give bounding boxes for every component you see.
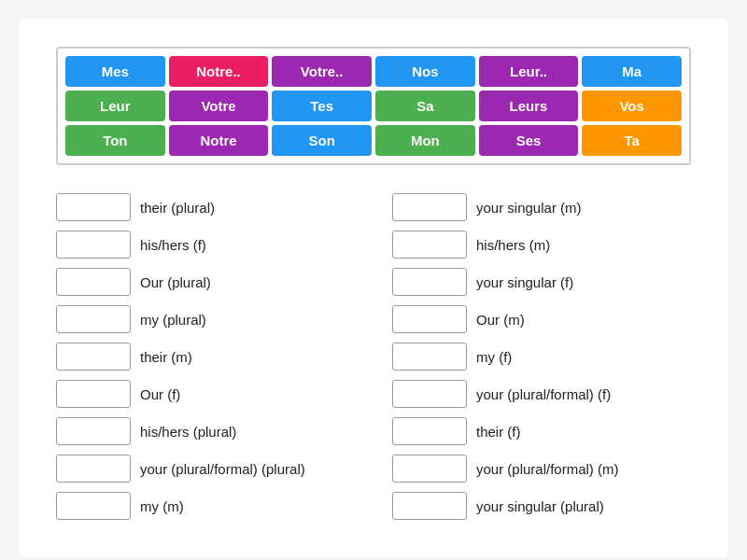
match-label-left-2: Our (plural) (140, 274, 211, 290)
word-tile-9[interactable]: Sa (375, 91, 475, 121)
main-container: MesNotre..Votre..NosLeur..MaLeurVotreTes… (19, 19, 728, 557)
answer-box-right-2[interactable] (392, 268, 467, 296)
match-row-right-6: their (f) (392, 417, 691, 445)
match-label-right-7: your (plural/formal) (m) (476, 461, 619, 477)
match-row-right-8: your singular (plural) (392, 492, 691, 520)
match-row-left-4: their (m) (56, 343, 355, 371)
answer-box-right-3[interactable] (392, 305, 467, 333)
word-tile-17[interactable]: Ta (582, 125, 682, 156)
answer-box-left-8[interactable] (56, 492, 131, 520)
answer-box-right-8[interactable] (392, 492, 467, 520)
match-row-left-8: my (m) (56, 492, 355, 520)
answer-box-right-1[interactable] (392, 231, 467, 259)
match-label-left-3: my (plural) (140, 312, 206, 328)
answer-box-right-0[interactable] (392, 193, 467, 221)
word-tile-8[interactable]: Tes (272, 91, 372, 121)
match-row-left-2: Our (plural) (56, 268, 355, 296)
match-row-right-5: your (plural/formal) (f) (392, 380, 691, 408)
match-row-right-4: my (f) (392, 343, 691, 371)
answer-box-left-5[interactable] (56, 380, 131, 408)
match-label-left-8: my (m) (140, 498, 184, 514)
word-tile-15[interactable]: Mon (375, 125, 475, 156)
matching-area: their (plural)his/hers (f)Our (plural)my… (56, 193, 691, 529)
match-row-left-6: his/hers (plural) (56, 417, 355, 445)
answer-box-left-7[interactable] (56, 455, 131, 483)
word-tile-10[interactable]: Leurs (479, 91, 579, 121)
answer-box-right-4[interactable] (392, 343, 467, 371)
match-label-right-3: Our (m) (476, 312, 525, 328)
answer-box-left-6[interactable] (56, 417, 131, 445)
match-row-left-7: your (plural/formal) (plural) (56, 455, 355, 483)
word-tile-5[interactable]: Ma (582, 56, 682, 87)
match-row-right-3: Our (m) (392, 305, 691, 333)
match-row-right-2: your singular (f) (392, 268, 691, 296)
answer-box-left-1[interactable] (56, 231, 131, 259)
answer-box-right-5[interactable] (392, 380, 467, 408)
match-label-left-4: their (m) (140, 349, 192, 365)
word-tile-1[interactable]: Notre.. (169, 56, 269, 87)
match-label-right-1: his/hers (m) (476, 237, 550, 253)
match-row-left-0: their (plural) (56, 193, 355, 221)
match-label-left-5: Our (f) (140, 386, 180, 402)
word-tile-6[interactable]: Leur (65, 91, 165, 121)
answer-box-left-2[interactable] (56, 268, 131, 296)
left-column: their (plural)his/hers (f)Our (plural)my… (56, 193, 355, 529)
match-row-right-7: your (plural/formal) (m) (392, 455, 691, 483)
match-label-right-0: your singular (m) (476, 200, 582, 216)
match-row-left-3: my (plural) (56, 305, 355, 333)
word-tile-14[interactable]: Son (272, 125, 372, 156)
word-tile-3[interactable]: Nos (375, 56, 475, 87)
word-tile-2[interactable]: Votre.. (272, 56, 372, 87)
match-label-left-6: his/hers (plural) (140, 424, 236, 440)
right-column: your singular (m)his/hers (m)your singul… (392, 193, 691, 529)
match-label-right-2: your singular (f) (476, 274, 573, 290)
answer-box-left-4[interactable] (56, 343, 131, 371)
word-tile-12[interactable]: Ton (65, 125, 165, 156)
word-tile-7[interactable]: Votre (169, 91, 269, 121)
word-tile-0[interactable]: Mes (65, 56, 165, 87)
answer-box-left-3[interactable] (56, 305, 131, 333)
match-label-left-0: their (plural) (140, 200, 215, 216)
answer-box-right-7[interactable] (392, 455, 467, 483)
match-label-right-4: my (f) (476, 349, 512, 365)
match-label-right-6: their (f) (476, 424, 521, 440)
match-row-right-0: your singular (m) (392, 193, 691, 221)
word-tile-13[interactable]: Notre (169, 125, 269, 156)
match-label-right-5: your (plural/formal) (f) (476, 386, 611, 402)
match-row-left-1: his/hers (f) (56, 231, 355, 259)
answer-box-left-0[interactable] (56, 193, 131, 221)
word-tile-4[interactable]: Leur.. (479, 56, 579, 87)
word-bank: MesNotre..Votre..NosLeur..MaLeurVotreTes… (56, 47, 691, 165)
match-label-left-7: your (plural/formal) (plural) (140, 461, 305, 477)
match-label-left-1: his/hers (f) (140, 237, 206, 253)
word-tile-16[interactable]: Ses (479, 125, 579, 156)
answer-box-right-6[interactable] (392, 417, 467, 445)
match-label-right-8: your singular (plural) (476, 498, 604, 514)
word-tile-11[interactable]: Vos (582, 91, 682, 121)
match-row-left-5: Our (f) (56, 380, 355, 408)
match-row-right-1: his/hers (m) (392, 231, 691, 259)
